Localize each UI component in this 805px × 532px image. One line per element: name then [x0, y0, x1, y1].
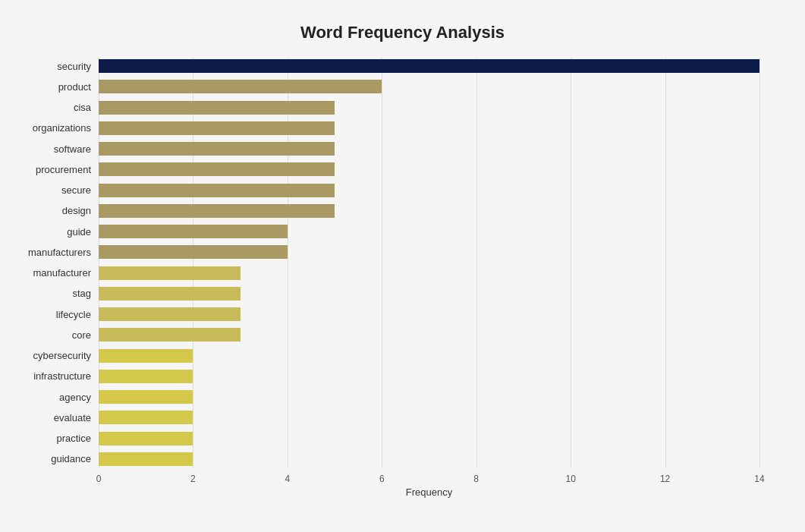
bar-row: guidance	[99, 451, 759, 467]
bar-fill	[99, 142, 335, 156]
bar-track	[99, 349, 759, 363]
bar-track	[99, 204, 759, 218]
bar-label: software	[8, 143, 99, 155]
bar-fill	[99, 307, 241, 321]
bar-track	[99, 390, 759, 404]
bar-label: agency	[8, 392, 99, 403]
x-tick-label: 10	[565, 474, 575, 484]
bar-fill	[99, 245, 288, 259]
bar-label: cisa	[8, 102, 99, 113]
bar-track	[99, 80, 759, 93]
bar-row: evaluate	[99, 409, 759, 426]
bar-label: design	[8, 205, 99, 216]
bar-row: software	[99, 140, 759, 157]
x-tick-label: 6	[379, 474, 385, 484]
bar-label: secure	[8, 184, 99, 196]
bar-row: agency	[99, 389, 759, 405]
chart-area: securityproductcisaorganizationssoftware…	[99, 58, 759, 498]
chart-container: Word Frequency Analysis securityproductc…	[0, 0, 805, 532]
bar-fill	[99, 349, 193, 363]
x-axis-label: Frequency	[99, 486, 759, 498]
bar-row: practice	[99, 430, 759, 447]
bar-row: cisa	[99, 99, 759, 116]
bar-row: security	[99, 58, 759, 74]
bar-track	[99, 287, 759, 301]
bar-track	[99, 328, 759, 342]
bar-label: manufacturers	[8, 247, 99, 258]
bar-track	[99, 162, 759, 176]
bar-track	[99, 452, 759, 466]
bar-label: lifecycle	[8, 309, 99, 320]
bar-label: cybersecurity	[8, 350, 99, 361]
bar-fill	[99, 266, 241, 280]
x-tick-label: 4	[285, 474, 291, 484]
bar-fill	[99, 432, 193, 445]
x-tick-label: 8	[473, 474, 479, 484]
bar-fill	[99, 80, 382, 93]
bar-track	[99, 225, 759, 238]
bars-container: securityproductcisaorganizationssoftware…	[99, 58, 759, 467]
bar-track	[99, 266, 759, 280]
bar-row: procurement	[99, 161, 759, 178]
bar-track	[99, 59, 759, 73]
bar-row: guide	[99, 223, 759, 240]
bar-fill	[99, 204, 335, 218]
bar-fill	[99, 59, 759, 73]
bar-track	[99, 245, 759, 259]
bar-fill	[99, 452, 193, 466]
bar-label: stag	[8, 288, 99, 299]
bar-row: organizations	[99, 120, 759, 137]
bar-label: organizations	[8, 122, 99, 134]
bar-fill	[99, 328, 241, 342]
bar-fill	[99, 390, 193, 404]
bar-row: stag	[99, 285, 759, 302]
bar-fill	[99, 287, 241, 301]
bar-track	[99, 411, 759, 424]
bar-row: infrastructure	[99, 368, 759, 385]
bar-row: manufacturer	[99, 265, 759, 282]
bar-fill	[99, 370, 193, 383]
bar-fill	[99, 411, 193, 424]
x-tick-label: 14	[754, 474, 764, 484]
x-tick-label: 12	[660, 474, 670, 484]
bar-label: product	[8, 81, 99, 93]
x-tick-label: 0	[96, 474, 102, 484]
bar-track	[99, 101, 759, 115]
bar-track	[99, 184, 759, 197]
bar-row: design	[99, 203, 759, 219]
bar-row: lifecycle	[99, 306, 759, 323]
bar-row: secure	[99, 182, 759, 199]
bar-track	[99, 307, 759, 321]
grid-line	[759, 58, 760, 467]
bar-label: core	[8, 329, 99, 341]
bar-fill	[99, 225, 288, 238]
bar-label: guidance	[8, 453, 99, 464]
bar-row: product	[99, 78, 759, 95]
bar-fill	[99, 101, 335, 115]
bar-track	[99, 432, 759, 445]
bar-fill	[99, 184, 335, 197]
bar-track	[99, 121, 759, 135]
bar-fill	[99, 162, 335, 176]
bar-fill	[99, 121, 335, 135]
bar-label: evaluate	[8, 412, 99, 423]
bar-label: security	[8, 61, 99, 72]
bar-label: guide	[8, 226, 99, 238]
bar-label: infrastructure	[8, 370, 99, 382]
bar-label: manufacturer	[8, 267, 99, 279]
bar-row: manufacturers	[99, 244, 759, 260]
bar-row: core	[99, 326, 759, 343]
bar-track	[99, 370, 759, 383]
x-axis: Frequency 02468101214	[99, 467, 759, 498]
x-tick-label: 2	[190, 474, 196, 484]
chart-title: Word Frequency Analysis	[46, 23, 759, 42]
bar-track	[99, 142, 759, 156]
bar-label: procurement	[8, 164, 99, 175]
bar-label: practice	[8, 433, 99, 444]
bar-row: cybersecurity	[99, 348, 759, 364]
